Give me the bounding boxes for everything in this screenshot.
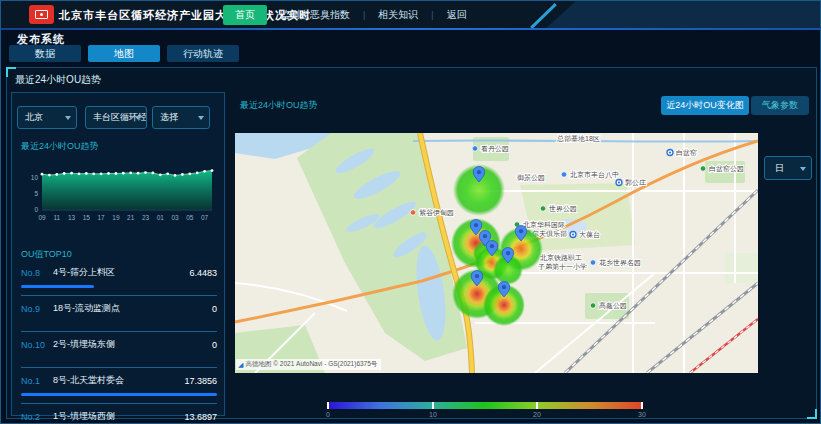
svg-text:5: 5	[34, 190, 38, 197]
tab-track[interactable]: 行动轨迹	[167, 45, 239, 62]
site-value: 6.4483	[189, 268, 217, 278]
site-value: 0	[212, 304, 217, 314]
trend-chart-svg: 0510091113151719212301030507	[20, 152, 218, 224]
park-select[interactable]: 丰台区循环经济产	[85, 106, 147, 129]
top-list-item: No.10 2号-填埋场东侧 0	[21, 332, 217, 368]
map-label: 北京市丰台八中	[570, 170, 619, 179]
park-icon	[540, 206, 546, 212]
svg-text:01: 01	[157, 214, 165, 221]
header-accent-line	[1, 28, 821, 30]
metro-station-icon	[667, 150, 673, 156]
camera-icon	[35, 10, 48, 19]
ou-colorbar: 0 10 20 30	[327, 402, 643, 422]
header-bar: 北京市丰台区循环经济产业园大气恶臭状况实时 首页 监测点恶臭指数 | 相关知识 …	[1, 1, 821, 28]
ou-top-list: No.8 4号-筛分上料区 6.4483 No.9 18号-流动监测点 0 No…	[21, 260, 217, 424]
top-list-item: No.2 1号-填埋场西侧 13.6897	[21, 404, 217, 424]
site-value: 17.3856	[184, 376, 217, 386]
time-select-value: 日	[775, 163, 784, 173]
rank-label: No.2	[21, 412, 47, 422]
chevron-down-icon	[65, 116, 71, 120]
svg-text:15: 15	[83, 214, 91, 221]
map-label: 郭公庄	[625, 179, 646, 187]
poi-icon	[561, 172, 567, 178]
nav-item-home[interactable]: 首页	[223, 5, 267, 25]
nav-item-back[interactable]: 返回	[447, 8, 467, 22]
nav-item-odor-index[interactable]: 监测点恶臭指数	[280, 8, 350, 22]
main-panel: 最近24小时OU趋势 北京 丰台区循环经济产 选择 最近24小时OU趋势 051…	[6, 67, 817, 419]
map-label: 世界公园	[549, 205, 577, 213]
svg-text:05: 05	[186, 214, 194, 221]
park-icon	[700, 166, 706, 172]
colorbar-tick	[641, 402, 643, 409]
progress-bar	[21, 285, 217, 288]
site-value: 13.6897	[184, 412, 217, 422]
colorbar-tick	[327, 402, 329, 409]
amap-logo-icon: ◢	[238, 361, 243, 369]
svg-text:07: 07	[201, 214, 209, 221]
map-label: 紫谷伊甸园	[419, 209, 454, 217]
poi-icon	[472, 146, 478, 152]
svg-text:21: 21	[127, 214, 135, 221]
trend-chart: 0510091113151719212301030507	[20, 152, 218, 224]
svg-text:17: 17	[97, 214, 105, 221]
metro-station-icon	[570, 232, 576, 238]
top-list-item: No.8 4号-筛分上料区 6.4483	[21, 260, 217, 296]
scenic-icon	[410, 210, 416, 216]
site-name: 8号-北天堂村委会	[53, 374, 184, 387]
svg-text:23: 23	[142, 214, 150, 221]
tab-data[interactable]: 数据	[9, 45, 81, 62]
map-attribution: ◢ 高德地图 © 2021 AutoNavi - GS(2021)6375号	[236, 359, 381, 370]
colorbar-tick	[536, 402, 538, 409]
rank-label: No.8	[21, 268, 47, 278]
rank-label: No.1	[21, 376, 47, 386]
metro-station-icon	[616, 180, 622, 186]
progress-bar	[21, 393, 217, 396]
svg-text:19: 19	[112, 214, 120, 221]
colorbar-tick	[432, 402, 434, 409]
weather-params-button[interactable]: 气象参数	[751, 96, 809, 115]
city-select[interactable]: 北京	[17, 106, 77, 129]
map-overlay: 看丹公园总部基地18区御景公园北京市丰台八中世界公园白盆窑白盆窑公园郭公庄大葆台…	[235, 133, 758, 373]
chevron-down-icon	[800, 167, 806, 171]
app-window: 北京市丰台区循环经济产业园大气恶臭状况实时 首页 监测点恶臭指数 | 相关知识 …	[0, 0, 821, 424]
site-name: 2号-填埋场东侧	[53, 338, 212, 351]
map-canvas[interactable]: 看丹公园总部基地18区御景公园北京市丰台八中世界公园白盆窑白盆窑公园郭公庄大葆台…	[235, 133, 758, 373]
svg-text:03: 03	[171, 214, 179, 221]
svg-text:0: 0	[34, 206, 38, 213]
map-label: 子弟第十一小学	[538, 263, 587, 271]
map-label: 白盆窑	[676, 149, 697, 157]
site-name: 18号-流动监测点	[53, 302, 212, 315]
top-list-item: No.9 18号-流动监测点 0	[21, 296, 217, 332]
main-nav: 首页 监测点恶臭指数 | 相关知识 | 返回	[223, 5, 467, 24]
app-logo-icon	[29, 5, 54, 24]
colorbar-tick-label: 20	[533, 411, 541, 418]
sidebar-panel: 北京 丰台区循环经济产 选择 最近24小时OU趋势 05100911131517…	[11, 92, 225, 416]
colorbar-gradient	[327, 402, 643, 409]
top-list-item: No.1 8号-北天堂村委会 17.3856	[21, 368, 217, 404]
nav-divider: |	[431, 10, 433, 20]
svg-text:11: 11	[53, 214, 60, 221]
time-granularity-select[interactable]: 日	[764, 156, 812, 180]
nav-item-knowledge[interactable]: 相关知识	[378, 8, 418, 22]
panel-title: 最近24小时OU趋势	[15, 73, 101, 87]
nav-divider: |	[363, 10, 365, 20]
map-label: 白盆窑公园	[709, 165, 744, 173]
progress-bar	[21, 357, 217, 360]
svg-text:10: 10	[31, 174, 39, 181]
map-section-title: 最近24小时OU趋势	[240, 99, 318, 112]
site-value: 0	[212, 340, 217, 350]
map-label: 看丹公园	[481, 145, 509, 153]
corner-accent	[807, 409, 817, 419]
svg-text:09: 09	[38, 214, 46, 221]
site-select[interactable]: 选择	[152, 106, 210, 129]
map-label: 总部基地18区	[556, 135, 600, 143]
map-label: 花乡世界名园	[599, 259, 641, 267]
poi-icon	[590, 260, 596, 266]
park-icon	[590, 303, 596, 309]
tab-map[interactable]: 地图	[88, 45, 160, 62]
attribution-text: 高德地图 © 2021 AutoNavi - GS(2021)6375号	[245, 360, 377, 369]
rank-label: No.9	[21, 304, 47, 314]
ou-change-map-button[interactable]: 近24小时OU变化图	[661, 96, 749, 115]
map-label: 大葆台	[579, 231, 600, 239]
site-name: 4号-筛分上料区	[53, 266, 189, 279]
